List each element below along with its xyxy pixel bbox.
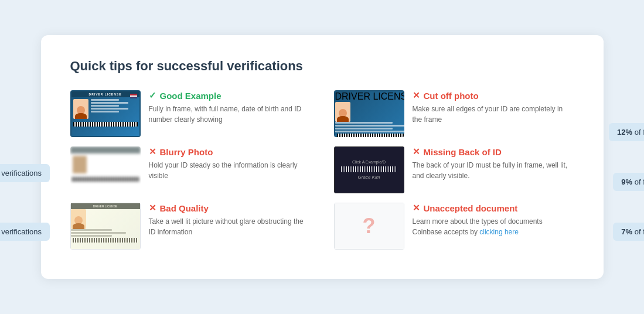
good-icon: ✓ — [149, 90, 156, 101]
id-photo-good — [73, 99, 88, 119]
tip-missing-back: Click A Example/D Grace Kim ✕ Missing Ba… — [334, 146, 574, 193]
back-barcode — [341, 166, 396, 172]
badge-right-1-text: of failed verifications — [635, 128, 644, 136]
id-card-bad-quality: DRIVER LICENSE — [70, 203, 141, 250]
tip-image-back: Click A Example/D Grace Kim — [334, 146, 404, 193]
badge-right-3: 7% of failed verifications — [613, 223, 644, 241]
tip-content-bad: ✕ Bad Quality Take a well lit picture wi… — [149, 203, 311, 237]
tip-bad-quality: DRIVER LICENSE ✕ Bad — [70, 203, 311, 250]
tips-grid: DRIVER LICENSE — [70, 90, 574, 250]
badge-left-1-text: of failed verifications — [0, 169, 42, 178]
tip-desc-unaccepted: Learn more about the types of documents … — [413, 216, 574, 237]
tip-desc-cutoff: Make sure all edges of your ID are compl… — [413, 104, 574, 125]
badge-right-1: 12% of failed verifications — [609, 123, 644, 141]
tip-image-cutoff: DRIVER LICENSE — [334, 90, 404, 137]
badge-right-2: 9% of failed verifications — [613, 173, 644, 191]
badge-left-1: 37% of failed verifications — [0, 164, 50, 182]
tip-desc-good: Fully in frame, with full name, date of … — [149, 104, 311, 125]
id-card-unknown: ? — [334, 203, 404, 250]
tip-content-unaccepted: ✕ Unaccepted document Learn more about t… — [413, 203, 574, 237]
bad-icon-blurry: ✕ — [149, 146, 156, 157]
id-barcode-good — [73, 122, 138, 127]
page-title: Quick tips for successful verifications — [70, 59, 574, 74]
badge-right-3-pct: 7% — [621, 227, 632, 236]
tip-image-bad: DRIVER LICENSE — [70, 203, 141, 250]
tip-content-back: ✕ Missing Back of ID The back of your ID… — [413, 146, 574, 181]
badge-right-1-pct: 12% — [617, 128, 632, 136]
badge-left-2: 26% of failed verifications — [0, 223, 50, 241]
tip-content-blurry: ✕ Blurry Photo Hold your ID steady so th… — [149, 146, 311, 181]
question-mark-icon: ? — [363, 214, 376, 238]
bad-icon-unaccepted: ✕ — [413, 203, 420, 213]
id-photo-cutoff — [335, 102, 350, 122]
bad-icon-back: ✕ — [413, 146, 420, 157]
tip-cutoff: DRIVER LICENSE — [334, 90, 574, 137]
tip-image-unaccepted: ? — [334, 203, 404, 250]
tip-title-unaccepted: ✕ Unaccepted document — [413, 203, 574, 213]
tip-title-bad: ✕ Bad Quality — [149, 203, 311, 213]
id-card-blurry — [70, 146, 141, 193]
tip-good-example: DRIVER LICENSE — [70, 90, 311, 137]
tip-image-blurry — [70, 146, 141, 193]
tip-title-blurry: ✕ Blurry Photo — [149, 146, 311, 157]
badge-right-2-text: of failed verifications — [635, 178, 644, 186]
id-card-back: Click A Example/D Grace Kim — [334, 146, 404, 193]
bad-icon-cutoff: ✕ — [413, 90, 420, 101]
tip-unaccepted: ? ✕ Unaccepted document Learn more about… — [334, 203, 574, 250]
tip-title-back: ✕ Missing Back of ID — [413, 146, 574, 157]
id-card-good: DRIVER LICENSE — [70, 90, 141, 137]
tip-image-good: DRIVER LICENSE — [70, 90, 141, 137]
id-flag — [130, 94, 137, 98]
tip-title-good: ✓ Good Example — [149, 90, 311, 101]
tip-desc-blurry: Hold your ID steady so the information i… — [149, 160, 311, 181]
tip-desc-bad: Take a well lit picture without glare ob… — [149, 216, 311, 237]
clicking-here-link[interactable]: clicking here — [479, 228, 519, 236]
id-barcode-cutoff — [337, 134, 404, 137]
tip-blurry: ✕ Blurry Photo Hold your ID steady so th… — [70, 146, 311, 193]
id-card-cutoff: DRIVER LICENSE — [334, 90, 404, 137]
badge-right-2-pct: 9% — [621, 178, 632, 186]
tip-content-cutoff: ✕ Cut off photo Make sure all edges of y… — [413, 90, 574, 125]
tip-desc-back: The back of your ID must be fully in fra… — [413, 160, 574, 181]
tip-title-cutoff: ✕ Cut off photo — [413, 90, 574, 101]
tip-content-good: ✓ Good Example Fully in frame, with full… — [149, 90, 311, 125]
badge-right-3-text: of failed verifications — [635, 227, 644, 236]
badge-left-2-text: of failed verifications — [0, 227, 42, 236]
bad-icon-bad: ✕ — [149, 203, 156, 213]
main-card: Quick tips for successful verifications … — [41, 35, 604, 279]
